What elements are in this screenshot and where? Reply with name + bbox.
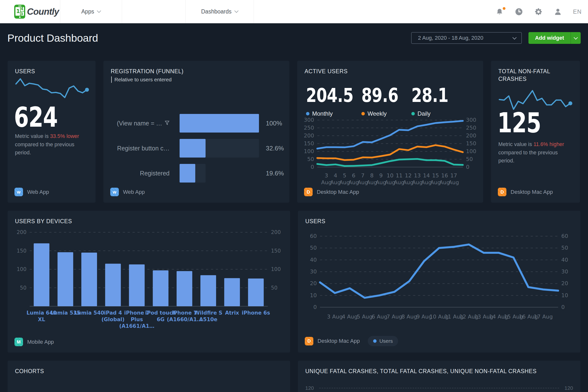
series-legend-toggle[interactable]: Users	[368, 336, 398, 346]
stat-label: Weekly	[368, 110, 386, 117]
y-tick-label: 250	[466, 125, 476, 131]
metric-value: 624	[14, 101, 58, 133]
x-category-label: XL	[38, 316, 45, 322]
nav-item-apps[interactable]: Apps	[60, 0, 122, 23]
x-tick-label: 8	[370, 172, 374, 178]
y-tick-label: 100	[271, 266, 281, 272]
x-category-label: Lumia 540	[74, 310, 104, 316]
funnel-rows: (View name = …100%Register button c…32.6…	[111, 114, 282, 189]
widget-title: UNIQUE FATAL CRASHES, TOTAL FATAL CRASHE…	[305, 368, 536, 375]
x-category-label: iPhone 7	[172, 310, 197, 316]
widget-title: TOTAL NON-FATAL CRASHES	[498, 68, 560, 83]
legend-dot-weekly	[362, 112, 365, 116]
y-tick-label: 150	[304, 140, 314, 146]
funnel-step-value: 32.6%	[266, 139, 284, 158]
y-tick-label: 100	[17, 266, 26, 272]
bar-iPod touch 6G	[153, 270, 168, 306]
legend-dot	[373, 339, 376, 343]
nav-actions: EN	[496, 0, 582, 23]
source-app-tag: D Desktop Mac App	[304, 188, 359, 196]
x-tick-label: 14	[423, 172, 430, 178]
x-tick-label: 3	[324, 172, 328, 178]
y-tick-label: 100	[304, 148, 314, 154]
widget-crash-series: UNIQUE FATAL CRASHES, TOTAL FATAL CRASHE…	[298, 361, 580, 392]
add-widget-menu-button[interactable]	[570, 32, 581, 44]
x-category-label: 6G	[157, 316, 165, 322]
x-category-label: Wildfire S	[194, 310, 222, 316]
y-tick-label: 250	[304, 125, 314, 131]
y-tick-label: 10	[561, 292, 568, 298]
source-app-name: Mobile App	[27, 339, 54, 345]
x-tick-label: 6 Aug	[372, 314, 387, 320]
widget-cohorts: COHORTS	[8, 361, 290, 392]
funnel-row: Registered19.6%	[111, 164, 282, 182]
bar-Atrix	[224, 278, 240, 306]
series-daily	[317, 159, 463, 166]
bar-iPhone 6s	[248, 278, 264, 306]
funnel-step-label: Registered	[111, 164, 170, 182]
bar-Wildfire S A510e	[200, 275, 216, 306]
nav-divider	[122, 0, 122, 23]
notifications-bell-icon[interactable]	[496, 8, 504, 16]
language-selector[interactable]: EN	[573, 8, 582, 15]
bar-Lumia 540	[81, 252, 97, 306]
x-tick-label: 3 Aug	[327, 314, 343, 320]
add-widget-label: Add widget	[528, 32, 570, 44]
web-app-icon: w	[110, 188, 119, 196]
y-tick-label: 50	[310, 245, 317, 251]
x-tick-label: Aug	[448, 179, 459, 186]
x-tick-label: 15	[432, 172, 439, 178]
funnel-bar-fill	[180, 139, 206, 158]
y-tick-label: 50	[561, 245, 568, 251]
notification-badge	[503, 7, 506, 10]
x-category-label: iPhone 6s	[242, 310, 270, 316]
x-tick-label: 9	[379, 172, 383, 178]
users-line-chart: 001010202030304040505060603 Aug4 Aug5 Au…	[304, 229, 574, 330]
source-app-tag: w Web App	[14, 188, 49, 196]
widget-title: USERS	[15, 68, 35, 75]
x-tick-label: 6	[352, 172, 356, 178]
y-tick-label: 200	[17, 229, 26, 235]
y-tick-label: 0	[466, 164, 470, 170]
y-tick-label: 30	[310, 268, 317, 275]
funnel-bar-fill	[180, 164, 195, 182]
time-clock-icon[interactable]	[515, 8, 523, 16]
y-tick-label: 120	[305, 385, 314, 391]
y-tick-label: 50	[466, 156, 473, 162]
y-tick-label: 20	[310, 280, 317, 286]
x-tick-label: 4	[334, 172, 337, 178]
metric-change-value: 11.6% higher	[533, 141, 564, 147]
date-range-picker[interactable]: 2 Aug, 2020 - 18 Aug, 2020	[411, 32, 522, 44]
add-widget-button[interactable]: Add widget	[528, 32, 581, 44]
y-tick-label: 60	[310, 233, 317, 239]
stat-label: Daily	[418, 110, 430, 117]
widget-subtitle: Relative to users entered	[111, 76, 172, 83]
y-tick-label: 0	[311, 164, 314, 170]
desktop-app-icon: D	[304, 188, 312, 196]
nav-divider	[254, 0, 254, 23]
web-app-icon: w	[14, 188, 23, 196]
x-tick-label: 5 Aug	[357, 314, 372, 320]
y-tick-label: 20	[561, 280, 568, 286]
nav-item-dashboards[interactable]: Dashboards	[186, 0, 254, 23]
y-tick-label: 150	[271, 248, 281, 254]
user-profile-icon[interactable]	[554, 8, 562, 16]
countly-logo-icon[interactable]: 1 4 3	[14, 5, 25, 18]
x-category-label: (A1661/A1…	[119, 323, 154, 329]
bar-Lumia 535	[58, 252, 73, 306]
x-tick-label: 17	[450, 172, 457, 178]
y-tick-label: 50	[20, 285, 26, 291]
stat-label: Monthly	[312, 110, 333, 117]
y-tick-label: 150	[466, 140, 476, 146]
x-tick-label: 12	[405, 172, 412, 178]
filter-funnel-icon	[165, 120, 170, 127]
y-tick-label: 40	[310, 257, 317, 263]
chart-axis-preview: 120 120	[305, 385, 573, 391]
y-tick-label: 300	[466, 117, 476, 123]
widget-title: USERS	[305, 218, 325, 225]
settings-gear-icon[interactable]	[534, 8, 543, 16]
source-app-name: Desktop Mac App	[317, 189, 359, 195]
sparkline-path	[499, 91, 570, 109]
funnel-step-value: 19.6%	[266, 164, 284, 182]
brand-wordmark[interactable]: Countly	[27, 0, 59, 23]
